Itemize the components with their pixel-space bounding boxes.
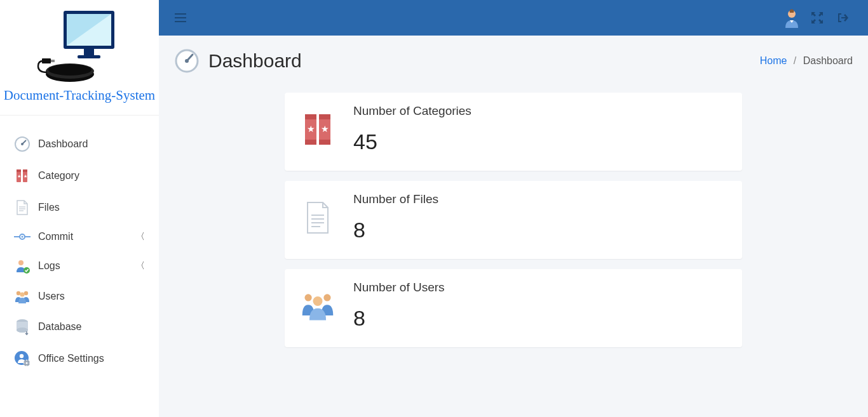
card-value: 8 bbox=[353, 306, 727, 331]
sidebar-item-label: Commit bbox=[38, 231, 73, 242]
chevron-left-icon: 〈 bbox=[136, 260, 145, 272]
svg-rect-45 bbox=[305, 140, 316, 145]
person-check-icon bbox=[13, 258, 32, 274]
main-area: Dashboard Home / Dashboard ★ ★ bbox=[159, 0, 868, 417]
fullscreen-button[interactable] bbox=[804, 5, 830, 30]
people-icon bbox=[13, 289, 32, 303]
svg-rect-2 bbox=[84, 49, 94, 55]
logo-block: Document-Tracking-System bbox=[0, 0, 159, 116]
sidebar-item-label: Database bbox=[38, 321, 82, 333]
card-value: 45 bbox=[353, 129, 727, 154]
sidebar-item-label: Logs bbox=[38, 260, 60, 272]
file-icon bbox=[13, 199, 32, 216]
svg-point-56 bbox=[323, 294, 330, 301]
people-icon bbox=[300, 291, 336, 321]
medals-icon: ★ ★ bbox=[13, 168, 32, 184]
hamburger-icon bbox=[175, 12, 186, 23]
sidebar: Document-Tracking-System Dashboard ★ ★ C… bbox=[0, 0, 159, 417]
svg-point-34 bbox=[25, 362, 27, 364]
content: Dashboard Home / Dashboard ★ ★ bbox=[159, 36, 868, 417]
svg-rect-13 bbox=[17, 169, 21, 172]
sidebar-item-database[interactable]: Database bbox=[0, 311, 159, 343]
logout-button[interactable] bbox=[830, 5, 855, 30]
svg-text:★: ★ bbox=[321, 124, 329, 134]
sidebar-item-category[interactable]: ★ ★ Category bbox=[0, 160, 159, 192]
sidebar-item-users[interactable]: Users bbox=[0, 282, 159, 311]
expand-icon bbox=[811, 12, 823, 23]
card-files: Number of Files 8 bbox=[285, 181, 742, 259]
commit-node-icon bbox=[13, 233, 32, 241]
svg-rect-44 bbox=[305, 114, 316, 119]
sidebar-item-label: Office Settings bbox=[38, 353, 104, 364]
card-categories: ★ ★ Number of Categories 45 bbox=[285, 93, 742, 171]
breadcrumb-current: Dashboard bbox=[803, 55, 853, 66]
card-value: 8 bbox=[353, 218, 727, 242]
gauge-icon bbox=[174, 48, 200, 74]
gauge-icon bbox=[13, 136, 32, 152]
card-label: Number of Users bbox=[353, 281, 727, 295]
sidebar-item-label: Users bbox=[38, 291, 65, 302]
medals-icon: ★ ★ bbox=[300, 112, 336, 147]
avatar-icon bbox=[782, 8, 802, 28]
svg-rect-7 bbox=[42, 58, 51, 63]
card-users: Number of Users 8 bbox=[285, 269, 742, 347]
page-title: Dashboard bbox=[208, 50, 302, 72]
sidebar-item-logs[interactable]: Logs 〈 bbox=[0, 250, 159, 282]
sidebar-item-dashboard[interactable]: Dashboard bbox=[0, 128, 159, 160]
sidebar-item-commit[interactable]: Commit 〈 bbox=[0, 223, 159, 250]
app-name: Document-Tracking-System bbox=[0, 88, 159, 103]
sidebar-item-office-settings[interactable]: Office Settings bbox=[0, 343, 159, 374]
svg-text:★: ★ bbox=[17, 174, 21, 178]
chevron-left-icon: 〈 bbox=[136, 231, 145, 242]
sidebar-item-label: Category bbox=[38, 170, 79, 182]
svg-point-57 bbox=[313, 296, 323, 306]
topbar bbox=[159, 0, 868, 36]
gear-person-icon bbox=[13, 350, 32, 367]
svg-rect-3 bbox=[78, 55, 100, 58]
svg-point-27 bbox=[24, 291, 28, 295]
sidebar-nav: Dashboard ★ ★ Category Files bbox=[0, 116, 159, 374]
sidebar-item-files[interactable]: Files bbox=[0, 192, 159, 223]
svg-rect-49 bbox=[319, 140, 330, 145]
breadcrumb: Home / Dashboard bbox=[760, 55, 853, 67]
sidebar-item-label: Dashboard bbox=[38, 138, 88, 150]
svg-rect-8 bbox=[51, 60, 55, 62]
svg-point-23 bbox=[22, 236, 24, 238]
breadcrumb-home-link[interactable]: Home bbox=[760, 55, 787, 66]
app-logo-icon bbox=[32, 8, 127, 84]
svg-rect-16 bbox=[23, 169, 27, 172]
cards-container: ★ ★ Number of Categories 45 Number of F bbox=[285, 93, 742, 347]
breadcrumb-separator: / bbox=[794, 55, 796, 66]
menu-toggle-button[interactable] bbox=[168, 5, 193, 30]
file-icon bbox=[300, 201, 336, 234]
svg-point-32 bbox=[20, 354, 24, 358]
page-header: Dashboard Home / Dashboard bbox=[174, 48, 853, 74]
card-label: Number of Files bbox=[353, 192, 727, 206]
svg-point-6 bbox=[48, 64, 92, 76]
user-avatar-button[interactable] bbox=[779, 5, 804, 30]
svg-point-24 bbox=[18, 260, 24, 265]
svg-rect-48 bbox=[319, 114, 330, 119]
card-label: Number of Categories bbox=[353, 104, 727, 118]
svg-point-28 bbox=[20, 292, 24, 296]
sign-out-icon bbox=[837, 12, 848, 23]
svg-point-55 bbox=[304, 294, 311, 301]
svg-text:★: ★ bbox=[24, 174, 27, 178]
svg-point-26 bbox=[17, 291, 20, 295]
svg-text:★: ★ bbox=[307, 124, 315, 134]
sidebar-item-label: Files bbox=[38, 202, 60, 213]
database-icon bbox=[13, 319, 32, 335]
